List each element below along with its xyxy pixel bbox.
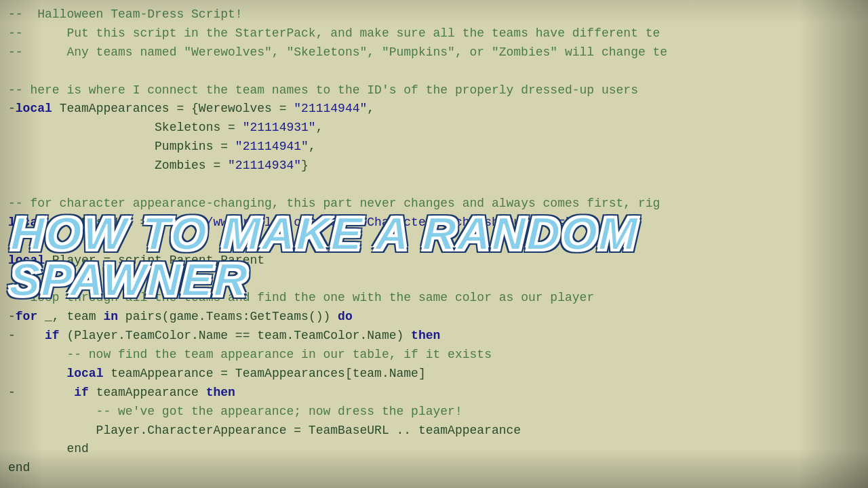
- code-line-19: -- now find the team appearance in our t…: [8, 346, 860, 365]
- code-line-25: end: [8, 459, 860, 478]
- code-line-5: -- here is where I connect the team name…: [8, 81, 860, 100]
- code-line-18: - if (Player.TeamColor.Name == team.Team…: [8, 327, 860, 346]
- code-line-20: local teamAppearance = TeamAppearances[t…: [8, 365, 860, 384]
- code-line-3: -- Any teams named "Werewolves", "Skelet…: [8, 43, 860, 62]
- code-line-21: - if teamAppearance then: [8, 384, 860, 403]
- code-line-22: -- we've got the appearance; now dress t…: [8, 403, 860, 422]
- video-title: HOW TO MAKE A RANDOM SPAWNER: [9, 210, 868, 302]
- code-line-8: Pumpkins = "21114941",: [8, 138, 860, 157]
- title-overlay: HOW TO MAKE A RANDOM SPAWNER: [10, 210, 868, 302]
- code-line-7: Skeletons = "21114931",: [8, 119, 860, 138]
- code-line-4: [8, 62, 860, 81]
- code-line-2: -- Put this script in the StarterPack, a…: [8, 24, 860, 43]
- code-line-10: [8, 176, 860, 195]
- code-line-17: -for _, team in pairs(game.Teams:GetTeam…: [8, 308, 860, 327]
- code-line-1: -- Halloween Team-Dress Script!: [8, 5, 860, 24]
- code-line-6: -local TeamAppearances = {Werewolves = "…: [8, 100, 860, 119]
- code-line-24: end: [8, 440, 860, 459]
- code-line-9: Zombies = "21114934"}: [8, 157, 860, 176]
- code-line-23: Player.CharacterAppearance = TeamBaseURL…: [8, 422, 860, 441]
